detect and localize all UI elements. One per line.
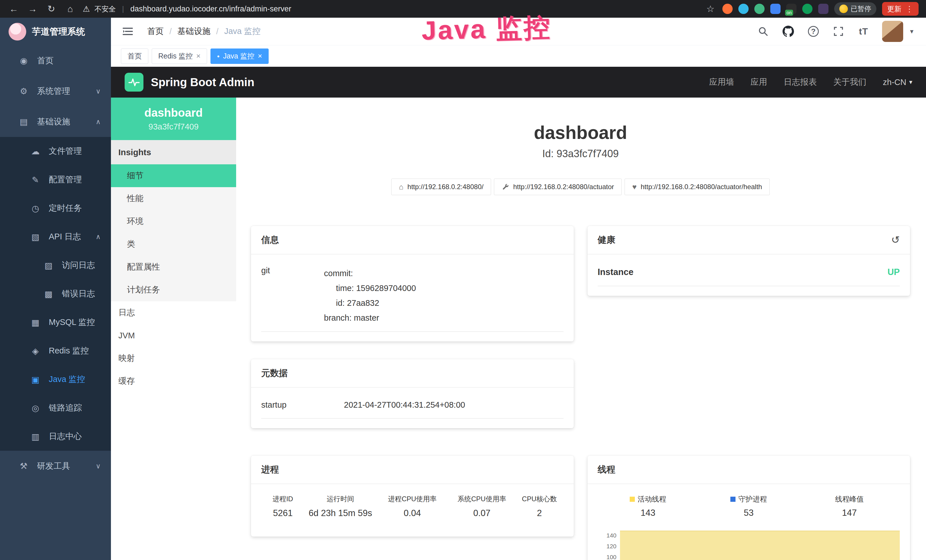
sidebar-item-java-monitor[interactable]: ▣ Java 监控 <box>0 365 111 394</box>
gear-icon: ⚙ <box>18 86 30 96</box>
chevron-down-icon: ∨ <box>95 87 101 95</box>
close-icon[interactable]: × <box>258 51 262 61</box>
sba-header: Spring Boot Admin 应用墙 应用 日志报表 关于我们 zh-CN… <box>111 67 926 98</box>
metadata-row: startup 2021-04-27T00:44:31.254+08:00 <box>261 390 563 419</box>
sba-nav-journal[interactable]: 日志报表 <box>784 76 817 88</box>
sidebar-item-dev-tools[interactable]: ⚒ 研发工具 ∨ <box>0 451 111 481</box>
actuator-url-link[interactable]: http://192.168.0.2:48080/actuator <box>494 179 622 195</box>
link-label: http://192.168.0.2:48080/actuator <box>513 183 614 191</box>
app-menu: ◉ 首页 ⚙ 系统管理 ∨ ▤ 基础设施 ∧ ☁ 文件管理 ✎ 配置管 <box>0 45 111 560</box>
tab-java-monitor[interactable]: ● Java 监控 × <box>210 48 269 64</box>
tools-icon: ⚒ <box>18 461 30 471</box>
tab-label: 首页 <box>127 51 142 61</box>
active-threads-value: 143 <box>598 508 698 518</box>
process-values: 5261 6d 23h 15m 59s 0.04 0.07 2 <box>261 504 563 527</box>
sidebar-item-trace[interactable]: ◎ 链路追踪 <box>0 394 111 422</box>
address-bar[interactable]: ⚠ 不安全 | dashboard.yudao.iocoder.cn/infra… <box>83 4 698 14</box>
back-icon[interactable]: ← <box>8 4 20 14</box>
service-url-link[interactable]: ⌂ http://192.168.0.2:48080/ <box>391 179 492 195</box>
instance-nav-mappings[interactable]: 映射 <box>111 347 236 370</box>
browser-menu-icon[interactable]: ⋮ <box>905 4 914 14</box>
home-icon[interactable]: ⌂ <box>64 4 76 14</box>
sidebar-item-redis-monitor[interactable]: ◈ Redis 监控 <box>0 337 111 365</box>
search-icon[interactable] <box>757 25 770 38</box>
extension-icon[interactable] <box>818 4 828 14</box>
instance-nav-metrics[interactable]: 性能 <box>111 187 236 210</box>
instance-header[interactable]: dashboard 93a3fc7f7409 <box>111 98 236 140</box>
extension-icon[interactable] <box>802 4 813 14</box>
card-title: 信息 <box>261 234 279 246</box>
instance-nav-jvm[interactable]: JVM <box>111 324 236 347</box>
locale-select[interactable]: zh-CN ▾ <box>883 77 912 87</box>
text-size-icon[interactable]: tT <box>857 25 870 38</box>
instance-nav-scheduled-tasks[interactable]: 计划任务 <box>111 278 236 301</box>
sba-title[interactable]: Spring Boot Admin <box>151 76 254 89</box>
health-url-link[interactable]: ♥ http://192.168.0.2:48080/actuator/heal… <box>625 179 770 195</box>
sidebar-item-scheduled-job[interactable]: ◷ 定时任务 <box>0 194 111 222</box>
extension-icon[interactable] <box>722 4 732 14</box>
breadcrumb-infrastructure[interactable]: 基础设施 <box>177 26 210 37</box>
process-card: 进程 进程ID 运行时间 进程CPU使用率 系统CPU使用率 CPU核心数 52… <box>251 456 574 537</box>
history-icon[interactable]: ↺ <box>891 235 900 245</box>
sidebar-item-label: 定时任务 <box>49 203 82 214</box>
hamburger-icon[interactable] <box>121 24 135 38</box>
sidebar-item-api-log[interactable]: ▧ API 日志 ∧ <box>0 222 111 251</box>
extension-icon[interactable] <box>770 4 781 14</box>
threads-chart-plot <box>620 528 900 560</box>
close-icon[interactable]: × <box>196 51 200 61</box>
fullscreen-icon[interactable] <box>832 25 845 38</box>
instance-nav-logs[interactable]: 日志 <box>111 301 236 324</box>
avatar-caret-icon[interactable]: ▾ <box>910 27 914 35</box>
bookmark-star-icon[interactable]: ☆ <box>704 3 717 14</box>
tab-redis-monitor[interactable]: Redis 监控 × <box>152 48 207 64</box>
extension-icon[interactable] <box>738 4 749 14</box>
info-card: 信息 git commit: time: 1596289704000 id: 2… <box>251 226 574 342</box>
database-icon: ▦ <box>29 318 41 327</box>
forward-icon[interactable]: → <box>26 4 39 14</box>
sidebar-item-home[interactable]: ◉ 首页 <box>0 45 111 76</box>
sidebar-item-error-log[interactable]: ▩ 错误日志 <box>0 280 111 308</box>
monitor-icon: ▤ <box>18 117 30 127</box>
paused-badge[interactable]: 已暂停 <box>834 2 876 15</box>
instance-nav-caches[interactable]: 缓存 <box>111 370 236 392</box>
app-logo[interactable]: 芋道管理系统 <box>0 18 111 45</box>
sba-nav-applications[interactable]: 应用 <box>750 76 767 88</box>
document-icon: ▧ <box>29 232 41 242</box>
tab-label: Java 监控 <box>223 51 254 61</box>
app-sidebar: 芋道管理系统 ◉ 首页 ⚙ 系统管理 ∨ ▤ 基础设施 ∧ ☁ 文件管理 <box>0 18 111 560</box>
chevron-up-icon: ∧ <box>95 233 101 241</box>
sidebar-item-infrastructure[interactable]: ▤ 基础设施 ∧ <box>0 106 111 137</box>
url-text[interactable]: dashboard.yudao.iocoder.cn/infra/admin-s… <box>130 5 291 14</box>
sba-logo-icon[interactable] <box>125 73 144 92</box>
extension-icon[interactable] <box>754 4 764 14</box>
sidebar-item-system[interactable]: ⚙ 系统管理 ∨ <box>0 76 111 106</box>
log-center-icon: ▥ <box>29 431 41 442</box>
sidebar-item-label: 系统管理 <box>37 86 70 97</box>
health-instance-row[interactable]: Instance UP <box>598 257 900 286</box>
url-divider: | <box>120 5 126 14</box>
sba-nav-about[interactable]: 关于我们 <box>833 76 866 88</box>
instance-nav-environment[interactable]: 环境 <box>111 210 236 233</box>
sidebar-item-mysql-monitor[interactable]: ▦ MySQL 监控 <box>0 308 111 337</box>
sba-nav-wallboard[interactable]: 应用墙 <box>709 76 734 88</box>
threads-chart-yaxis: 140 120 100 <box>598 528 620 560</box>
threads-legend: 活动线程 143 守护进程 53 线程峰值 147 <box>598 487 900 518</box>
sidebar-item-label: 配置管理 <box>49 174 82 185</box>
sidebar-item-access-log[interactable]: ▨ 访问日志 <box>0 251 111 280</box>
tab-home[interactable]: 首页 <box>121 48 148 64</box>
github-icon[interactable] <box>782 25 795 38</box>
sidebar-item-config-manage[interactable]: ✎ 配置管理 <box>0 165 111 194</box>
extension-icon[interactable]: on <box>786 4 796 14</box>
user-avatar[interactable] <box>882 21 903 42</box>
sidebar-item-label: 文件管理 <box>49 145 82 157</box>
help-icon[interactable]: ? <box>807 25 820 38</box>
sidebar-item-file-manage[interactable]: ☁ 文件管理 <box>0 137 111 165</box>
cloud-icon: ☁ <box>29 146 41 156</box>
sidebar-item-log-center[interactable]: ▥ 日志中心 <box>0 422 111 451</box>
instance-nav-details[interactable]: 细节 <box>111 164 236 187</box>
instance-nav-classes[interactable]: 类 <box>111 233 236 256</box>
breadcrumb-home[interactable]: 首页 <box>147 26 164 37</box>
instance-nav-configprops[interactable]: 配置属性 <box>111 256 236 278</box>
reload-icon[interactable]: ↻ <box>45 3 57 14</box>
update-button[interactable]: 更新 ⋮ <box>882 2 918 16</box>
